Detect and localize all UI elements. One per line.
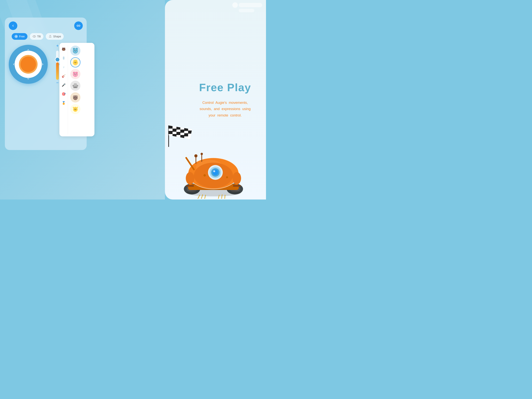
joystick-inner xyxy=(15,51,42,78)
svg-point-86 xyxy=(212,169,218,175)
svg-point-0 xyxy=(16,36,17,37)
category-medal[interactable]: 🏅 xyxy=(61,100,66,106)
and-text: and xyxy=(214,107,220,111)
svg-point-32 xyxy=(76,75,76,75)
mode-tabs: Free Tilt Shape xyxy=(12,33,64,40)
svg-point-91 xyxy=(201,153,203,155)
svg-point-51 xyxy=(73,96,74,97)
svg-point-10 xyxy=(63,58,64,58)
svg-point-47 xyxy=(76,97,76,98)
sound-categories: 🐻 ♪ 🎸 🎤 🎯 🏅 xyxy=(61,45,68,135)
tab-free[interactable]: Free xyxy=(12,33,27,40)
svg-point-55 xyxy=(75,109,75,110)
augie-robot-svg xyxy=(180,129,247,199)
svg-point-31 xyxy=(75,75,75,75)
svg-point-22 xyxy=(76,62,76,63)
yellow-chick-avatar xyxy=(72,59,79,66)
svg-point-25 xyxy=(76,60,77,61)
category-traffic[interactable] xyxy=(61,55,66,61)
svg-point-24 xyxy=(73,60,75,61)
svg-rect-67 xyxy=(169,131,172,134)
svg-point-34 xyxy=(76,72,78,73)
svg-point-94 xyxy=(186,172,194,185)
svg-point-17 xyxy=(76,50,76,51)
svg-rect-70 xyxy=(172,134,177,137)
svg-point-93 xyxy=(226,176,228,178)
monkey-avatar xyxy=(72,94,79,101)
category-target[interactable]: 🎯 xyxy=(61,91,66,97)
svg-point-16 xyxy=(74,50,75,51)
svg-point-40 xyxy=(76,86,76,86)
deco-pill-2 xyxy=(239,9,254,12)
right-panel: 🐻 ♪ 🎸 🎤 🎯 🏅 xyxy=(59,43,95,136)
char-robot-gray[interactable] xyxy=(70,81,80,91)
tab-shape-label: Shape xyxy=(53,35,61,38)
category-bear[interactable]: 🐻 xyxy=(61,46,66,52)
svg-point-87 xyxy=(213,170,215,172)
svg-rect-36 xyxy=(74,83,77,85)
svg-point-92 xyxy=(203,174,206,176)
character-list xyxy=(70,45,91,135)
char-monkey[interactable] xyxy=(70,92,80,103)
svg-point-39 xyxy=(74,86,75,86)
page-title: Free Play xyxy=(190,81,260,94)
svg-point-15 xyxy=(74,49,77,53)
category-mic[interactable]: 🎤 xyxy=(61,82,66,88)
link-button[interactable] xyxy=(74,21,83,30)
tab-shape[interactable]: Shape xyxy=(46,33,64,40)
svg-point-11 xyxy=(63,58,64,59)
char-pink-pig[interactable] xyxy=(70,69,80,79)
svg-point-54 xyxy=(74,107,76,109)
svg-point-28 xyxy=(74,74,75,74)
char-yellow-chick[interactable] xyxy=(70,57,80,67)
pink-pig-avatar xyxy=(72,71,79,77)
tab-tilt[interactable]: Tilt xyxy=(30,33,44,40)
char-yellow-bird-2[interactable] xyxy=(70,104,80,114)
speed-fill xyxy=(56,62,59,80)
blue-bear-avatar xyxy=(72,47,79,54)
shape-icon xyxy=(49,35,52,38)
svg-line-102 xyxy=(225,195,225,199)
free-icon xyxy=(14,35,18,38)
svg-rect-41 xyxy=(74,87,76,87)
app-screen: Free Tilt Shape xyxy=(5,18,87,150)
tilt-icon xyxy=(32,35,36,38)
svg-point-95 xyxy=(233,172,241,185)
svg-point-30 xyxy=(75,74,76,76)
joystick-center xyxy=(20,57,36,72)
char-blue-bear[interactable] xyxy=(70,45,80,56)
svg-rect-64 xyxy=(172,129,177,132)
svg-rect-77 xyxy=(186,185,194,187)
deco-circle xyxy=(232,2,238,8)
svg-point-18 xyxy=(75,51,76,52)
svg-rect-43 xyxy=(77,85,78,86)
robot-gray-avatar xyxy=(72,82,79,89)
svg-rect-62 xyxy=(177,126,180,129)
augie-robot xyxy=(180,129,247,200)
svg-point-29 xyxy=(76,74,76,74)
svg-point-52 xyxy=(76,96,77,97)
link-icon xyxy=(76,24,81,28)
back-button[interactable] xyxy=(9,21,17,30)
svg-point-21 xyxy=(75,62,75,63)
tab-free-label: Free xyxy=(19,35,25,38)
deco-pills xyxy=(239,3,262,12)
joystick-container[interactable] xyxy=(9,45,48,84)
tab-tilt-label: Tilt xyxy=(37,35,41,38)
svg-rect-42 xyxy=(73,85,73,86)
svg-point-89 xyxy=(194,154,197,157)
svg-rect-68 xyxy=(177,132,180,135)
svg-point-9 xyxy=(63,57,64,58)
svg-rect-61 xyxy=(169,125,172,129)
speed-track xyxy=(56,51,59,80)
svg-point-33 xyxy=(73,72,75,73)
joystick-outer xyxy=(9,45,48,84)
svg-rect-78 xyxy=(233,185,241,187)
page-description: Control Augie's movements, sounds, and e… xyxy=(190,100,260,118)
category-music[interactable]: ♪ xyxy=(61,64,66,70)
svg-point-96 xyxy=(186,189,241,196)
text-content: Free Play Control Augie's movements, sou… xyxy=(190,81,260,118)
category-guitar[interactable]: 🎸 xyxy=(61,73,66,79)
svg-point-48 xyxy=(75,98,76,99)
back-arrow-icon xyxy=(11,24,15,28)
